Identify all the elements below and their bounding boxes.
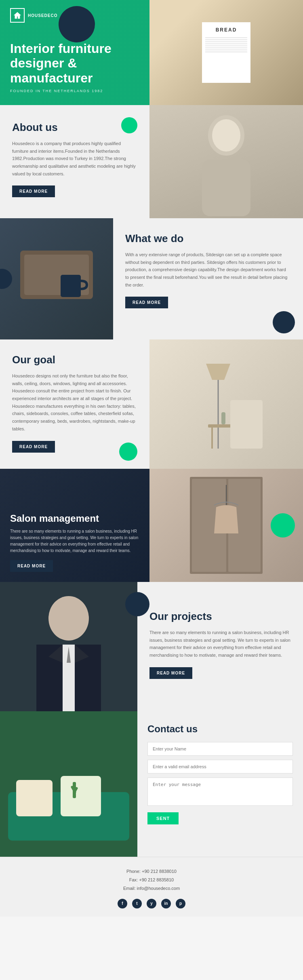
blanket-image (0, 218, 113, 339)
about-read-more-button[interactable]: READ MORE (12, 185, 55, 197)
svg-point-2 (212, 119, 240, 152)
goal-left-panel: Our goal Housedeco designs not only the … (0, 339, 149, 469)
svg-rect-11 (221, 412, 225, 424)
goal-section: Our goal Housedeco designs not only the … (0, 339, 303, 469)
contact-email-input[interactable] (147, 760, 293, 773)
svg-point-18 (48, 596, 89, 641)
about-left-panel: About us Housedeco is a company that pro… (0, 105, 149, 218)
svg-marker-7 (206, 364, 230, 380)
hero-circle-decoration (59, 6, 95, 42)
house-icon (13, 11, 22, 20)
couch-illustration (0, 711, 137, 857)
social-facebook[interactable]: f (118, 899, 127, 908)
salon-content: Salon management There are so many eleme… (10, 513, 139, 572)
hero-image: BREAD (149, 0, 303, 105)
goal-text: Housedeco designs not only the furniture… (12, 372, 137, 433)
goal-right-image (149, 339, 303, 469)
projects-read-more-button[interactable]: READ MORE (149, 667, 192, 679)
what-left-image (0, 218, 113, 339)
hero-subtitle: FOUNDED IN THE NETHERLANDS 1982 (10, 89, 139, 93)
social-youtube[interactable]: y (147, 899, 156, 908)
footer-fax-label: Fax: (129, 877, 138, 882)
logo-text: HOUSEDECO (28, 13, 57, 18)
what-read-more-button[interactable]: READ MORE (125, 297, 168, 308)
lamp-table-image (149, 339, 303, 469)
hero-right-panel: BREAD (149, 0, 303, 105)
salon-read-more-button[interactable]: READ MORE (10, 560, 53, 572)
footer-email-label: Email: (123, 886, 136, 891)
social-linkedin[interactable]: in (161, 899, 171, 908)
blanket-mug-illustration (12, 242, 101, 315)
wardrobe-illustration (166, 469, 287, 582)
projects-title: Our projects (149, 610, 291, 623)
svg-rect-5 (61, 275, 81, 297)
salon-green-dot (271, 513, 295, 537)
what-text: With a very extensive range of products,… (125, 251, 291, 289)
footer-contact-info: Phone: +90 212 8838010 Fax: +90 212 8835… (8, 867, 295, 893)
svg-rect-26 (16, 780, 53, 816)
bread-title: BREAD (216, 27, 237, 33)
what-section: What we do With a very extensive range o… (0, 218, 303, 339)
what-title: What we do (125, 232, 291, 245)
svg-rect-27 (61, 776, 101, 816)
bread-menu: BREAD (202, 22, 250, 83)
svg-rect-12 (230, 400, 263, 449)
footer-email-value: info@housedeco.com (137, 886, 180, 891)
projects-section: Our projects There are so many elements … (0, 582, 303, 711)
man-suit-image (0, 582, 137, 711)
salon-section: Salon management There are so many eleme… (0, 469, 303, 582)
man-silhouette (0, 582, 137, 711)
about-text: Housedeco is a company that produces hig… (12, 140, 137, 177)
person-silhouette (186, 107, 267, 216)
goal-green-dot (119, 443, 137, 461)
contact-section: Contact us SENT (0, 711, 303, 857)
what-navy-dot-bottom (273, 311, 295, 333)
footer-fax-value: +90 212 8835810 (139, 877, 174, 882)
svg-rect-1 (202, 160, 250, 216)
logo-icon (10, 8, 25, 23)
about-section: About us Housedeco is a company that pro… (0, 105, 303, 218)
lamp-illustration (186, 344, 267, 465)
goal-title: Our goal (12, 354, 137, 366)
hero-section: HOUSEDECO Interior furniture designer & … (0, 0, 303, 105)
contact-message-input[interactable] (147, 778, 293, 806)
contact-right-panel: Contact us SENT (137, 711, 303, 857)
salon-right-image (149, 469, 303, 582)
menu-lines (205, 36, 247, 54)
footer: Phone: +90 212 8838010 Fax: +90 212 8835… (0, 857, 303, 917)
contact-title: Contact us (147, 723, 293, 735)
about-green-dot (121, 117, 137, 133)
pillow-plant-image (0, 711, 137, 857)
contact-left-image (0, 711, 137, 857)
projects-left-image (0, 582, 137, 711)
footer-phone-label: Phone: (126, 869, 141, 874)
contact-sent-button[interactable]: SENT (147, 812, 179, 824)
about-image (149, 105, 303, 218)
goal-read-more-button[interactable]: READ MORE (12, 441, 55, 453)
about-person-image (149, 105, 303, 218)
projects-navy-dot (125, 592, 149, 616)
social-twitter[interactable]: t (132, 899, 142, 908)
projects-right-panel: Our projects There are so many elements … (137, 582, 303, 711)
what-right-panel: What we do With a very extensive range o… (113, 218, 303, 339)
salon-left-panel: Salon management There are so many eleme… (0, 469, 149, 582)
social-pinterest[interactable]: p (176, 899, 185, 908)
salon-title: Salon management (10, 513, 139, 524)
footer-phone-value: +90 212 8838010 (142, 869, 177, 874)
hero-title: Interior furniture designer & manufactur… (10, 41, 139, 86)
projects-text: There are so many elements to running a … (149, 629, 291, 659)
salon-text: There are so many elements to running a … (10, 528, 139, 554)
about-title: About us (12, 121, 137, 134)
footer-social: f t y in p (8, 899, 295, 908)
contact-name-input[interactable] (147, 742, 293, 756)
logo[interactable]: HOUSEDECO (10, 8, 57, 23)
